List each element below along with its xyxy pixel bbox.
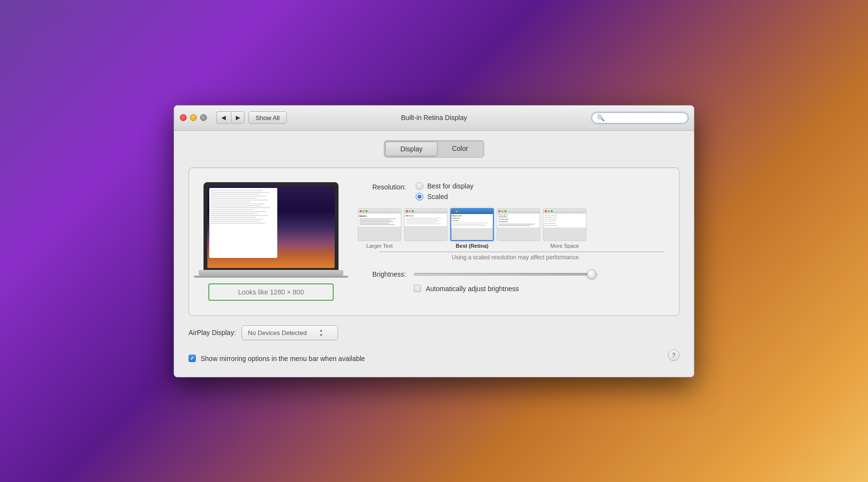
radio-btn-best[interactable] — [416, 182, 423, 190]
thumb-dot-red-3 — [453, 211, 455, 213]
thumb-label-best-retina: Best (Retina) — [456, 243, 488, 249]
thumb-dot-yellow — [363, 210, 365, 212]
thumb-body: Here's — [358, 214, 401, 227]
thumb-body-2: Here's to — [405, 214, 447, 226]
radio-scaled[interactable]: Scaled — [416, 193, 474, 201]
macbook-base — [199, 270, 343, 276]
close-button[interactable] — [180, 114, 187, 121]
brightness-thumb[interactable] — [587, 269, 597, 279]
system-preferences-window: ◀ ▶ Show All Built-in Retina Display 🔍 D… — [174, 105, 694, 377]
airplay-dropdown[interactable]: No Devices Detected ▲ ▼ — [242, 325, 338, 340]
macbook-screen — [207, 186, 335, 268]
thumb-dot-yellow-3 — [456, 211, 458, 213]
tab-color[interactable]: Color — [437, 142, 482, 156]
airplay-section: AirPlay Display: No Devices Detected ▲ ▼ — [189, 325, 679, 340]
radio-btn-scaled[interactable] — [416, 193, 423, 201]
resolution-label: Resolution: — [358, 182, 406, 191]
content-area: Display Color — [174, 131, 694, 377]
show-all-button[interactable]: Show All — [248, 111, 287, 124]
macbook-area: Looks like 1280 × 800 — [203, 182, 339, 301]
radio-best-for-display[interactable]: Best for display — [416, 182, 474, 190]
minimize-button[interactable] — [190, 114, 197, 121]
thumbnail-4[interactable]: Here's to the cr troublemakers. ones who… — [497, 208, 540, 249]
tabs-container: Display Color — [189, 140, 679, 158]
thumb-body-5: Here's to the crazy one troublemakers. T… — [543, 214, 586, 228]
thumb-dot-green-2 — [412, 210, 414, 212]
thumbnail-2[interactable]: Here's to — [404, 208, 448, 249]
bottom-panel: AirPlay Display: No Devices Detected ▲ ▼… — [189, 325, 679, 362]
search-input[interactable] — [607, 114, 683, 121]
thumb-dot-yellow-5 — [548, 210, 550, 212]
airplay-label: AirPlay Display: — [189, 329, 236, 336]
window-title: Built-in Retina Display — [401, 114, 467, 121]
back-button[interactable]: ◀ — [217, 111, 230, 124]
tab-group: Display Color — [384, 140, 484, 158]
traffic-lights — [180, 114, 207, 121]
macbook-foot — [194, 276, 348, 278]
thumb-dot-green — [366, 210, 367, 212]
thumb-img-more-space[interactable]: Here's to the crazy one troublemakers. T… — [543, 208, 586, 241]
settings-area: Resolution: Best for display Scaled — [358, 182, 665, 293]
radio-label-best: Best for display — [427, 182, 474, 190]
resolution-display: Looks like 1280 × 800 — [208, 283, 334, 301]
chevron-up-icon: ▲ — [319, 328, 323, 333]
thumb-dot-green-3 — [459, 211, 461, 213]
resolution-options: Best for display Scaled — [416, 182, 474, 201]
thumb-label-larger-text: Larger Text — [366, 243, 393, 249]
airplay-dropdown-value: No Devices Detected — [248, 329, 307, 336]
thumb-body-3: Here's to th troublemak ones who... — [451, 214, 493, 228]
dropdown-arrows: ▲ ▼ — [319, 328, 323, 337]
thumb-img-4[interactable]: Here's to the cr troublemakers. ones who… — [497, 208, 540, 241]
thumbnails-row: Here's Larger Text — [358, 208, 665, 249]
resolution-row: Resolution: Best for display Scaled — [358, 182, 665, 201]
thumbnail-more-space[interactable]: Here's to the crazy one troublemakers. T… — [543, 208, 586, 249]
forward-button[interactable]: ▶ — [231, 111, 244, 124]
mirroring-checkbox[interactable] — [189, 355, 196, 362]
thumb-label-more-space: More Space — [550, 243, 579, 249]
thumb-img-best-retina[interactable]: Here's to th troublemak ones who... — [450, 208, 494, 241]
tab-display[interactable]: Display — [385, 142, 437, 156]
thumb-dot-yellow-4 — [502, 210, 503, 212]
thumb-dot-red-4 — [499, 210, 501, 212]
macbook-illustration — [203, 182, 339, 278]
thumb-img-larger-text[interactable]: Here's — [358, 208, 401, 241]
brightness-row: Brightness: — [358, 270, 665, 278]
nav-buttons: ◀ ▶ — [217, 111, 244, 124]
thumb-dot-green-4 — [504, 210, 506, 212]
radio-label-scaled: Scaled — [427, 193, 448, 201]
auto-brightness-checkbox[interactable] — [414, 285, 421, 292]
mirroring-label: Show mirroring options in the menu bar w… — [201, 355, 365, 362]
thumb-dot-red-2 — [406, 210, 408, 212]
screen-content — [207, 186, 335, 268]
zoom-button[interactable] — [200, 114, 207, 121]
chevron-down-icon: ▼ — [319, 333, 323, 337]
help-button[interactable]: ? — [668, 349, 679, 361]
search-box[interactable]: 🔍 — [592, 112, 688, 123]
brightness-slider[interactable] — [414, 273, 597, 276]
thumb-dot-yellow-2 — [409, 210, 411, 212]
mirroring-row: Show mirroring options in the menu bar w… — [189, 355, 365, 362]
brightness-label: Brightness: — [358, 270, 406, 278]
search-icon: 🔍 — [597, 114, 605, 121]
screen-document — [209, 188, 277, 258]
thumbnail-best-retina[interactable]: Here's to th troublemak ones who... Best… — [450, 208, 494, 249]
thumb-dot-green-5 — [551, 210, 553, 212]
thumb-body-4: Here's to the cr troublemakers. ones who… — [497, 214, 540, 228]
panel-inner: Looks like 1280 × 800 Resolution: Best f… — [203, 182, 665, 301]
thumb-img-2[interactable]: Here's to — [404, 208, 448, 241]
auto-brightness-row: Automatically adjust brightness — [414, 285, 665, 293]
titlebar: ◀ ▶ Show All Built-in Retina Display 🔍 — [174, 106, 694, 131]
thumb-dot-red — [360, 210, 362, 212]
bottom-footer: Show mirroring options in the menu bar w… — [189, 348, 679, 362]
thumbnail-larger-text[interactable]: Here's Larger Text — [358, 208, 401, 249]
macbook-screen-outer — [203, 182, 339, 270]
thumb-dot-red-5 — [545, 210, 547, 212]
auto-brightness-label: Automatically adjust brightness — [426, 285, 519, 293]
display-panel: Looks like 1280 × 800 Resolution: Best f… — [189, 167, 679, 316]
performance-note: Using a scaled resolution may affect per… — [367, 254, 665, 261]
